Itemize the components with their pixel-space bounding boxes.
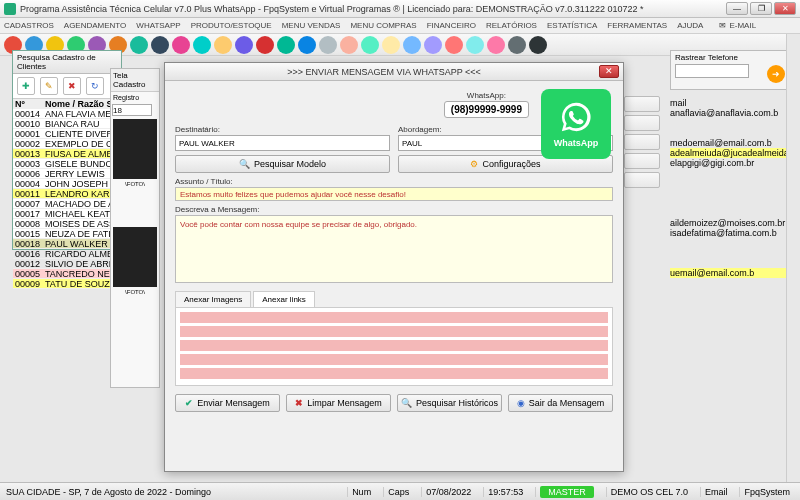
side-button[interactable]: [624, 96, 660, 112]
track-phone-go-button[interactable]: ➜: [767, 65, 785, 83]
edit-record-button[interactable]: ✎: [40, 77, 58, 95]
history-button[interactable]: 🔍Pesquisar Históricos: [397, 394, 502, 412]
table-row[interactable]: 00015NEUZA DE FATIMA DA SI: [13, 229, 121, 239]
table-row[interactable]: 00005TANCREDO NEVES: [13, 269, 121, 279]
config-label: Configurações: [482, 159, 540, 169]
table-row[interactable]: 00008MOISES DE ASSIS: [13, 219, 121, 229]
table-row[interactable]: 00016RICARDO ALMEIDA: [13, 249, 121, 259]
link-row[interactable]: [180, 326, 608, 337]
search-model-label: Pesquisar Modelo: [254, 159, 326, 169]
toolbar-button[interactable]: [193, 36, 211, 54]
menu-item[interactable]: AJUDA: [677, 21, 703, 30]
toolbar-button[interactable]: [403, 36, 421, 54]
registro-input[interactable]: [112, 104, 152, 116]
clear-button[interactable]: ✖Limpar Mensagem: [286, 394, 391, 412]
toolbar-button[interactable]: [172, 36, 190, 54]
menu-item[interactable]: FERRAMENTAS: [607, 21, 667, 30]
subject-field[interactable]: Estamos muito felizes que pudemos ajudar…: [175, 187, 613, 201]
modal-header: >>> ENVIAR MENSAGEM VIA WHATSAPP <<< ✕: [165, 63, 623, 81]
toolbar-button[interactable]: [235, 36, 253, 54]
send-button[interactable]: ✔Enviar Mensagem: [175, 394, 280, 412]
table-row[interactable]: 00001CLIENTE DIVERSOS: [13, 129, 121, 139]
status-bar: SUA CIDADE - SP, 7 de Agosto de 2022 - D…: [0, 482, 800, 500]
menu-item[interactable]: AGENDAMENTO: [64, 21, 127, 30]
table-row[interactable]: 00006JERRY LEWIS: [13, 169, 121, 179]
email-cell: elapgigi@gigi.com.br: [670, 158, 790, 168]
tab-body: [175, 308, 613, 386]
menu-item[interactable]: PRODUTO/ESTOQUE: [191, 21, 272, 30]
status-email[interactable]: Email: [700, 487, 732, 497]
subject-label: Assunto / Título:: [175, 177, 613, 186]
table-row[interactable]: 00011LEANDRO KARNAL: [13, 189, 121, 199]
toolbar-button[interactable]: [214, 36, 232, 54]
table-row[interactable]: 00004JOHN JOSEPH TRAVOLTA: [13, 179, 121, 189]
exit-button[interactable]: ◉Sair da Mensagem: [508, 394, 613, 412]
table-row[interactable]: 00007MACHADO DE ASSIS: [13, 199, 121, 209]
toolbar-button[interactable]: [256, 36, 274, 54]
menu-email[interactable]: ✉ E-MAIL: [719, 21, 756, 30]
tab-attach-links[interactable]: Anexar links: [253, 291, 315, 307]
toolbar-button[interactable]: [298, 36, 316, 54]
link-row[interactable]: [180, 354, 608, 365]
minimize-button[interactable]: —: [726, 2, 748, 15]
close-button[interactable]: ✕: [774, 2, 796, 15]
toolbar-button[interactable]: [319, 36, 337, 54]
toolbar-button[interactable]: [361, 36, 379, 54]
vertical-scrollbar[interactable]: [786, 34, 800, 482]
link-row[interactable]: [180, 312, 608, 323]
side-button[interactable]: [624, 115, 660, 131]
side-button-column: [624, 96, 664, 191]
menu-item[interactable]: FINANCEIRO: [427, 21, 476, 30]
table-row[interactable]: 00018PAUL WALKER: [13, 239, 121, 249]
dest-input[interactable]: [175, 135, 390, 151]
exit-icon: ◉: [517, 398, 525, 408]
toolbar-button[interactable]: [466, 36, 484, 54]
side-button[interactable]: [624, 134, 660, 150]
table-row[interactable]: 00003GISELE BUNDCHEN: [13, 159, 121, 169]
toolbar-button[interactable]: [529, 36, 547, 54]
track-phone-label: Rastrear Telefone: [671, 51, 789, 64]
table-row[interactable]: 00002EXEMPLO DE CLIENTE: [13, 139, 121, 149]
message-textarea[interactable]: [175, 215, 613, 283]
delete-record-button[interactable]: ✖: [63, 77, 81, 95]
toolbar-button[interactable]: [130, 36, 148, 54]
email-cell: aildemoizez@moises.com.br: [670, 218, 790, 228]
toolbar-button[interactable]: [487, 36, 505, 54]
search-model-button[interactable]: 🔍 Pesquisar Modelo: [175, 155, 390, 173]
table-row[interactable]: 00014ANA FLAVIA MEIRELLES: [13, 109, 121, 119]
app-icon: [4, 3, 16, 15]
menu-item[interactable]: MENU VENDAS: [282, 21, 341, 30]
table-row[interactable]: 00017MICHAEL KEATON: [13, 209, 121, 219]
modal-close-button[interactable]: ✕: [599, 65, 619, 78]
link-row[interactable]: [180, 340, 608, 351]
side-button[interactable]: [624, 153, 660, 169]
menu-item[interactable]: RELATÓRIOS: [486, 21, 537, 30]
link-row[interactable]: [180, 368, 608, 379]
status-time: 19:57:53: [483, 487, 527, 497]
new-record-button[interactable]: ✚: [17, 77, 35, 95]
menu-item[interactable]: MENU COMPRAS: [350, 21, 416, 30]
email-column: mailanaflavia@anaflavia.com.bmedoemail@e…: [670, 98, 790, 278]
toolbar-button[interactable]: [445, 36, 463, 54]
side-button[interactable]: [624, 172, 660, 188]
toolbar-button[interactable]: [340, 36, 358, 54]
toolbar-button[interactable]: [277, 36, 295, 54]
menu-item[interactable]: WHATSAPP: [136, 21, 180, 30]
toolbar-button[interactable]: [508, 36, 526, 54]
modal-title: >>> ENVIAR MENSAGEM VIA WHATSAPP <<<: [169, 67, 599, 77]
table-row[interactable]: 00010BIANCA RAU: [13, 119, 121, 129]
maximize-button[interactable]: ❐: [750, 2, 772, 15]
history-label: Pesquisar Históricos: [416, 398, 498, 408]
whatsapp-icon: [559, 100, 593, 136]
toolbar-button[interactable]: [424, 36, 442, 54]
menu-item[interactable]: ESTATÍSTICA: [547, 21, 597, 30]
table-row[interactable]: 00012SILVIO DE ABREU: [13, 259, 121, 269]
toolbar-button[interactable]: [151, 36, 169, 54]
tab-attach-images[interactable]: Anexar Imagens: [175, 291, 251, 307]
refresh-button[interactable]: ↻: [86, 77, 104, 95]
track-phone-input[interactable]: [675, 64, 749, 78]
menu-item[interactable]: CADASTROS: [4, 21, 54, 30]
table-row[interactable]: 00009TATU DE SOUZA: [13, 279, 121, 289]
table-row[interactable]: 00013FIUSA DE ALMEIDA JUCA: [13, 149, 121, 159]
toolbar-button[interactable]: [382, 36, 400, 54]
